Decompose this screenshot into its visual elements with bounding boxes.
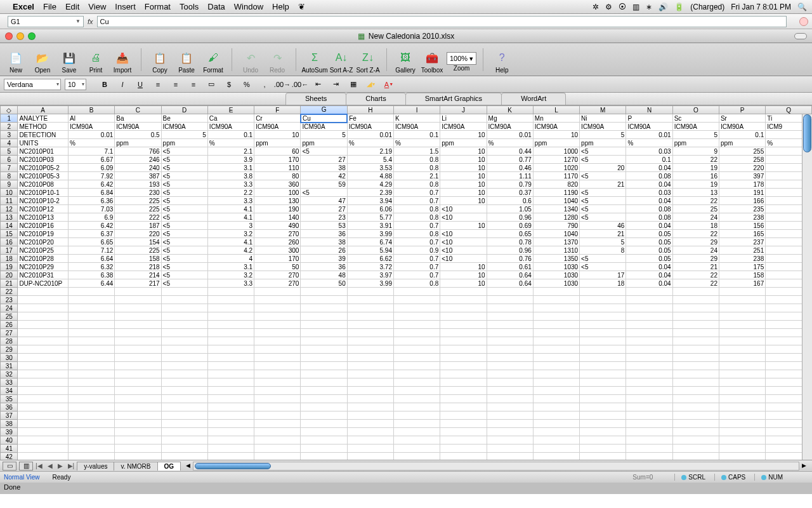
cell[interactable]: 10 [440,156,487,164]
formula-bar[interactable]: Cu [97,16,787,27]
cell[interactable]: 1350 [533,255,579,263]
cell[interactable]: NC2010P25 [18,246,69,255]
cell[interactable]: 156 [719,222,765,230]
cell[interactable] [347,337,393,345]
cell[interactable] [487,296,533,304]
cell[interactable]: 5 [161,131,207,139]
cell[interactable]: 10 [440,271,487,279]
cell[interactable]: <10 [440,213,487,222]
cell[interactable]: 154 [115,238,161,246]
cell[interactable] [487,329,533,337]
cell[interactable]: 178 [719,180,765,189]
cell[interactable] [115,453,161,460]
cell[interactable] [161,370,207,378]
cell[interactable] [487,312,533,321]
cell[interactable]: <5 [161,213,207,222]
cell[interactable] [626,362,672,370]
cell[interactable]: 19 [672,180,719,189]
cell[interactable] [18,288,69,296]
fill-color-button[interactable]: ◢▼ [364,78,378,91]
cell[interactable]: NC2010P19 [18,230,69,238]
cell[interactable]: <5 [580,189,626,197]
cell[interactable] [580,395,626,403]
cell[interactable] [69,387,115,395]
cell[interactable]: 0.01 [487,131,533,139]
cell[interactable]: 6.42 [69,180,115,189]
cell[interactable]: NC2010P31 [18,271,69,279]
cell[interactable] [533,288,579,296]
cell[interactable]: 0.03 [626,147,672,156]
cell[interactable] [301,428,347,436]
cell[interactable]: 47 [301,197,347,205]
cell[interactable]: 10 [440,164,487,172]
cell[interactable] [254,403,301,411]
cell[interactable]: 36 [301,263,347,271]
cell[interactable]: Mg [487,114,533,123]
menuextra-display-icon[interactable]: ▥ [632,3,639,11]
cell[interactable]: ICM90A [301,123,347,131]
cell[interactable] [580,329,626,337]
toolbar-paste-button[interactable]: 📋Paste [174,46,199,74]
cell[interactable] [487,378,533,387]
cell[interactable] [393,288,440,296]
cell[interactable]: Sc [672,114,719,123]
cell[interactable]: 6.62 [347,255,393,263]
toolbar-help-button[interactable]: ?Help [490,46,514,74]
cell[interactable] [533,395,579,403]
cell[interactable]: 235 [719,205,765,213]
cell[interactable]: 18 [580,279,626,288]
menu-view[interactable]: View [88,2,106,11]
cell[interactable]: 0.04 [626,222,672,230]
row-header[interactable]: 20 [1,271,18,279]
decrease-decimal-button[interactable]: .00← [293,78,307,91]
cell[interactable] [719,288,765,296]
cell[interactable] [719,321,765,329]
cell[interactable] [347,420,393,428]
column-header[interactable]: I [393,106,440,114]
sheet-nav-first[interactable]: |◀ [36,462,43,469]
cell[interactable]: 0.69 [487,222,533,230]
cell[interactable] [393,453,440,460]
toolbar-toggle-button[interactable] [794,33,807,39]
menu-insert[interactable]: Insert [115,2,136,11]
cell[interactable]: 6.44 [69,279,115,288]
cell[interactable] [69,312,115,321]
cell[interactable] [580,387,626,395]
cell[interactable] [533,362,579,370]
cell[interactable]: <5 [161,180,207,189]
cell[interactable]: 3.9 [207,156,254,164]
cell[interactable]: ppm [440,139,487,147]
cell[interactable] [69,345,115,354]
cell[interactable] [393,378,440,387]
font-color-button[interactable]: A▼ [382,78,396,91]
cell[interactable] [626,403,672,411]
cell[interactable] [347,378,393,387]
cell[interactable] [719,362,765,370]
cell[interactable]: <5 [161,147,207,156]
toolbar-sort-z-a-button[interactable]: Z↓Sort Z-A [356,46,380,74]
cell[interactable]: 217 [115,279,161,288]
cell[interactable] [626,436,672,444]
cell[interactable]: 10 [440,222,487,230]
cell[interactable] [301,395,347,403]
cell[interactable] [626,321,672,329]
cell[interactable] [161,403,207,411]
cell[interactable] [347,453,393,460]
menu-data[interactable]: Data [207,2,225,11]
cell[interactable] [161,296,207,304]
cell[interactable]: ppm [115,139,161,147]
row-header[interactable]: 28 [1,337,18,345]
cell[interactable] [440,395,487,403]
cell[interactable] [347,345,393,354]
cell[interactable] [487,362,533,370]
cell[interactable] [347,444,393,453]
column-header[interactable]: B [69,106,115,114]
align-right-button[interactable]: ≡ [187,78,200,91]
cell[interactable] [533,436,579,444]
cell[interactable] [626,312,672,321]
cell[interactable] [672,395,719,403]
cell[interactable] [254,288,301,296]
cell[interactable]: 3.94 [347,197,393,205]
cell[interactable]: <5 [580,263,626,271]
cell[interactable] [719,395,765,403]
